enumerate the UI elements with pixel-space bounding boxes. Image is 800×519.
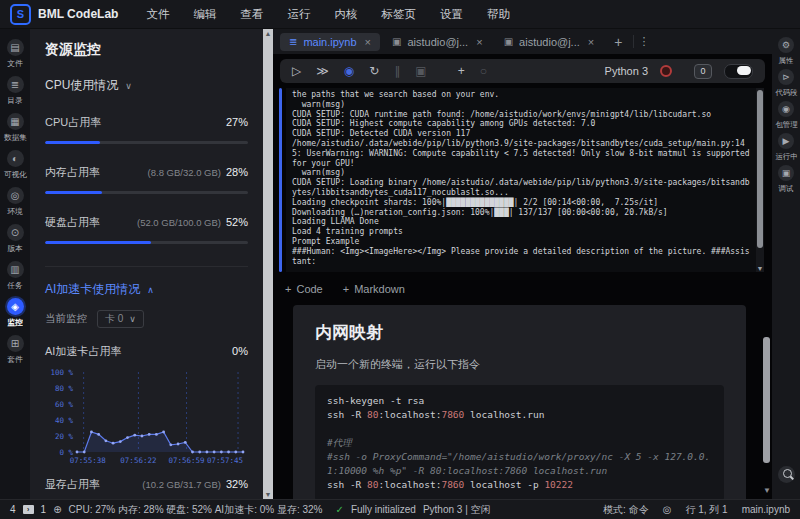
sidebar-item-visualization[interactable]: ◐ 可视化 — [0, 150, 30, 181]
svg-text:60 %: 60 % — [55, 400, 74, 409]
sidebar-item-suite[interactable]: ⊞ 套件 — [0, 335, 30, 366]
mode-indicator[interactable]: 模式: 命令 — [603, 503, 649, 517]
gpu-util-chart-svg: 100 %80 %60 %40 %20 %0 %07:55:3807:56:22… — [45, 367, 248, 465]
monitor-icon: ◈ — [7, 298, 24, 315]
gpu-util-label: AI加速卡占用率 — [45, 344, 232, 359]
close-icon[interactable]: × — [476, 36, 482, 48]
run-all-button[interactable]: ≫ — [316, 59, 329, 83]
restart-kernel-button[interactable]: ↻ — [369, 59, 379, 83]
tab-main-ipynb[interactable]: ≣ main.ipynb × — [280, 33, 380, 51]
interrupt-kernel-button[interactable]: ◉ — [344, 59, 354, 83]
terminal-icon: ▣ — [504, 36, 513, 47]
check-icon: ✓ — [336, 504, 344, 515]
tab-bar: ≣ main.ipynb × ▣ aistudio@j... × ▣ aistu… — [273, 29, 772, 54]
plus-icon: + — [343, 283, 349, 295]
menu-run[interactable]: 运行 — [287, 7, 310, 22]
kernel-status[interactable]: Python 3 | 空闲 — [423, 503, 491, 517]
add-markdown-button[interactable]: +Markdown — [343, 283, 405, 295]
scroll-up-arrow-icon[interactable]: ▲ — [263, 30, 273, 37]
resource-usage-status: CPU: 27% 内存: 28% 硬盘: 52% AI加速卡: 0% 显存: 3… — [69, 503, 323, 517]
memory-usage-value: 28% — [226, 166, 248, 178]
menubar: S BML CodeLab 文件 编辑 查看 运行 内核 标签页 设置 帮助 — [0, 0, 800, 29]
environment-icon: ◎ — [7, 187, 24, 204]
gpu-section-title: AI加速卡使用情况 — [45, 281, 140, 298]
svg-text:07:56:22: 07:56:22 — [120, 456, 156, 465]
sidepanel-scrollbar[interactable]: ▲ ▼ — [263, 29, 273, 499]
sidebar-item-contents[interactable]: ≣ 目录 — [0, 76, 30, 107]
kernel-indicator-icon: ○ — [480, 59, 487, 83]
sidebar-item-label: 监控 — [7, 317, 22, 328]
notebook-scroll-thumb[interactable] — [763, 337, 770, 463]
output-scroll-thumb[interactable] — [757, 90, 763, 248]
disk-usage-metric: 硬盘占用率 (52.0 GB/100.0 GB) 52% — [45, 215, 248, 244]
cpu-usage-metric: CPU占用率 27% — [45, 115, 248, 144]
notebook-toolbar: ▷ ≫ ◉ ↻ ∥ ▣ + ○ Python 3 0 — [280, 59, 765, 83]
close-icon[interactable]: × — [365, 36, 371, 48]
active-cell-indicator — [279, 88, 282, 272]
sidebar-item-label: 环境 — [7, 206, 22, 217]
new-tab-button[interactable]: + — [606, 34, 630, 50]
vram-usage-value: 32% — [226, 478, 248, 490]
markdown-cell[interactable]: 内网映射 启动一个新的终端，运行以下指令 ssh-keygen -t rsass… — [293, 305, 746, 499]
debug-icon: ▣ — [778, 165, 794, 181]
gpu-util-value: 0% — [232, 345, 248, 357]
sidebar-item-files[interactable]: ▤ 文件 — [0, 39, 30, 70]
scroll-down-arrow-icon[interactable]: ▼ — [756, 265, 764, 272]
menu-view[interactable]: 查看 — [240, 7, 263, 22]
add-cell-button[interactable]: + — [458, 59, 465, 83]
sidebar-item-versions[interactable]: ⊙ 版本 — [0, 224, 30, 255]
add-code-button[interactable]: +Code — [285, 283, 323, 295]
sidebar-item-properties[interactable]: ⚙ 属性 — [777, 37, 795, 67]
cpu-section-header[interactable]: CPU使用情况 ∨ — [45, 77, 248, 94]
kernel-name[interactable]: Python 3 — [605, 65, 648, 77]
output-scrollbar[interactable]: ▼ — [756, 88, 764, 272]
sidebar-item-running[interactable]: ▶ 运行中 — [773, 133, 800, 163]
folder-icon: ▤ — [7, 39, 24, 56]
current-monitor-row: 当前监控 卡 0 ∨ — [45, 310, 248, 328]
pause-button: ∥ — [394, 59, 400, 83]
scroll-down-arrow-icon[interactable]: ▼ — [763, 486, 770, 495]
tab-terminal-2[interactable]: ▣ aistudio@j... × — [495, 33, 604, 51]
tab-menu-kebab-icon[interactable]: ⋮ — [633, 35, 653, 48]
chevron-up-icon: ∧ — [147, 285, 154, 295]
close-icon[interactable]: × — [588, 36, 594, 48]
gpu-util-chart: 100 %80 %60 %40 %20 %0 %07:55:3807:56:22… — [45, 367, 248, 467]
output-cell[interactable]: the paths that we search based on your e… — [279, 88, 764, 272]
init-status[interactable]: Fully initialized — [351, 504, 416, 515]
search-button[interactable] — [778, 466, 795, 483]
menu-help[interactable]: 帮助 — [487, 7, 510, 22]
menu-kernel[interactable]: 内核 — [334, 7, 357, 22]
memory-progress-fill — [45, 191, 102, 194]
suite-icon: ⊞ — [7, 335, 24, 352]
scroll-down-arrow-icon[interactable]: ▼ — [263, 491, 273, 498]
cursor-position[interactable]: 行 1, 列 1 — [685, 503, 727, 517]
sidebar-item-datasets[interactable]: ▦ 数据集 — [0, 113, 30, 144]
tab-terminal-1[interactable]: ▣ aistudio@j... × — [383, 33, 492, 51]
kernel-icon[interactable]: ⊕ — [53, 504, 61, 515]
execution-counter-badge: 0 — [694, 64, 712, 79]
sidebar-item-environment[interactable]: ◎ 环境 — [0, 187, 30, 218]
gpu-section-header[interactable]: AI加速卡使用情况 ∧ — [45, 266, 248, 298]
terminal-icon[interactable]: › — [23, 505, 34, 514]
menu-settings[interactable]: 设置 — [440, 7, 463, 22]
sidebar-item-tasks[interactable]: ▥ 任务 — [0, 261, 30, 292]
sidebar-item-debug[interactable]: ▣ 调试 — [777, 165, 795, 195]
menu-edit[interactable]: 编辑 — [193, 7, 216, 22]
svg-text:07:57:45: 07:57:45 — [207, 456, 243, 465]
markdown-paragraph: 启动一个新的终端，运行以下指令 — [315, 357, 724, 372]
sidebar-item-code-snippets[interactable]: ⊳ 代码段 — [773, 69, 800, 99]
version-icon: ⊙ — [7, 224, 24, 241]
toggle-knob — [737, 66, 751, 75]
toolbar-toggle-switch[interactable] — [724, 64, 753, 79]
run-button[interactable]: ▷ — [292, 59, 301, 83]
sidebar-item-package-manager[interactable]: ◉ 包管理 — [773, 101, 800, 131]
menu-tabs[interactable]: 标签页 — [381, 7, 416, 22]
gpu-card-select[interactable]: 卡 0 ∨ — [97, 310, 144, 328]
sidebar-item-label: 目录 — [7, 95, 22, 106]
notifications-bell-icon[interactable]: ◎ — [663, 504, 672, 515]
kernels-count[interactable]: 1 — [41, 504, 47, 515]
terminals-count[interactable]: 4 — [10, 504, 16, 515]
code-line — [327, 422, 712, 436]
sidebar-item-monitor[interactable]: ◈ 监控 — [0, 298, 30, 329]
menu-file[interactable]: 文件 — [146, 7, 169, 22]
